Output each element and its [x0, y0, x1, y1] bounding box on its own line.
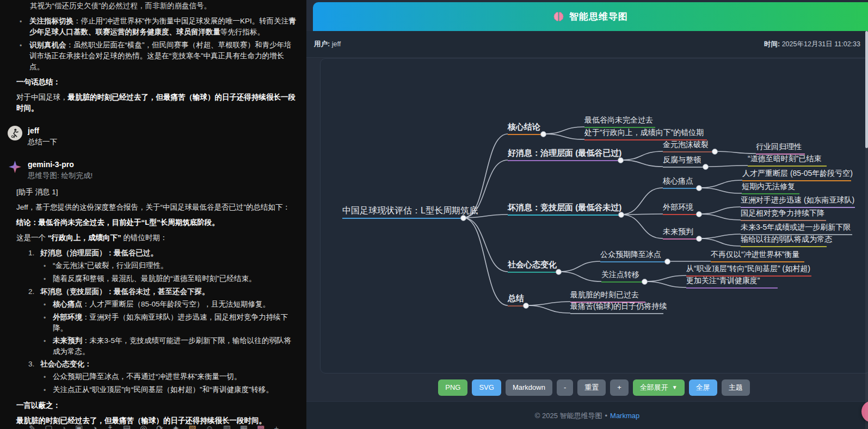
app-root: 其视为“偿还历史欠债”的必然过程，而非新的崩盘信号。•关注指标切换：停止用“冲进… [0, 0, 868, 429]
mindmap-link [463, 134, 508, 218]
node-toggle-dot[interactable] [703, 164, 709, 170]
save-icon[interactable]: ▤ [123, 423, 131, 429]
mindmap-link [543, 127, 584, 134]
mindmap-node[interactable]: 人才严重断层 (85-05年龄段亏空) [742, 168, 851, 181]
chat-paragraph: [助手 消息 1] [16, 187, 298, 198]
export-markdown-label: Markdown [513, 383, 545, 391]
footer-separator: • [605, 412, 607, 420]
target-icon[interactable]: ◎ [140, 423, 147, 429]
mindmap-node[interactable]: 金元泡沫破裂 [663, 139, 715, 152]
bullet-marker: • [44, 384, 53, 396]
bullet-text: 识别真机会：虽然职业层面在“横盘”，但民间赛事（村超、草根联赛）和青少年培训市场… [29, 40, 298, 72]
node-toggle-dot[interactable] [696, 185, 702, 191]
delete-icon[interactable]: ▢ [45, 423, 53, 429]
image-icon[interactable]: ▣ [75, 423, 83, 429]
mindmap-node[interactable]: 更加关注“青训健康度” [686, 275, 778, 289]
node-toggle-dot[interactable] [696, 211, 702, 217]
node-toggle-dot[interactable] [664, 259, 670, 265]
node-toggle-dot[interactable] [523, 303, 529, 309]
mindmap-canvas[interactable]: 中国足球现状评估：L型长周期筑底核心结论最低谷尚未完全过去处于“行政向上，成绩向… [320, 58, 868, 373]
grid-icon[interactable]: ▦ [240, 423, 248, 429]
message-author: jeff [28, 126, 57, 136]
bullet-list: •关注指标切换：停止用“冲进世界杯”作为衡量中国足球发展的唯一KPI。转而关注青… [20, 16, 298, 72]
mindmap-node[interactable]: 中国足球现状评估：L型长周期筑底 [342, 204, 463, 219]
bullet-marker: • [44, 335, 53, 357]
mindmap-node[interactable]: 最低谷尚未完全过去 [584, 114, 655, 128]
user-info: 用户: jeff [314, 40, 341, 49]
chat-message-user: jeff 总结一下 [8, 126, 298, 148]
node-toggle-dot[interactable] [556, 269, 562, 275]
doc-icon[interactable]: ▥ [223, 423, 231, 429]
item-text: 社会心态变化： [40, 359, 92, 370]
mindmap-link [463, 218, 508, 305]
add-icon[interactable]: + [274, 423, 279, 429]
numbered-item: 1.好消息（治理层面）：最低谷已过。 [28, 248, 298, 259]
chat-paragraph: Jeff，基于您提供的这份深度整合报告，关于“中国足球最低谷是否已过”的总结如下… [16, 202, 298, 213]
bullet-text: 关注指标切换：停止用“冲进世界杯”作为衡量中国足球发展的唯一KPI。转而关注青少… [29, 16, 298, 38]
dropdown-caret-icon: ▼ [672, 384, 678, 390]
mindmap-node[interactable]: 亚洲对手进步迅速 (如东南亚球队) [741, 194, 855, 208]
chat-paragraph: 其视为“偿还历史欠债”的必然过程，而非新的崩盘信号。 [30, 1, 298, 11]
reset-button[interactable]: 重置 [577, 379, 606, 396]
mindmap-toolbar: PNGSVGMarkdown-重置+全部展开▼全屏主题 [320, 373, 868, 401]
mindmap-node[interactable]: 坏消息：竞技层面 (最低谷未过) [508, 201, 621, 216]
app-footer: © 2025 智能思维导图 • Markmap [306, 401, 868, 429]
mindmap-node[interactable]: 输给以往的弱队将成为常态 [741, 234, 827, 247]
theme-button[interactable]: 主题 [722, 379, 750, 396]
footballer-icon [10, 128, 20, 138]
chat-blocks-top: 其视为“偿还历史欠债”的必然过程，而非新的崩盘信号。•关注指标切换：停止用“冲进… [16, 1, 298, 114]
expand-all-button[interactable]: 全部展开▼ [633, 379, 685, 396]
fullscreen-button[interactable]: 全屏 [689, 379, 717, 396]
mindmap-link [699, 188, 742, 193]
zoom-out-button[interactable]: - [557, 379, 573, 396]
sticker-icon[interactable]: ▩ [257, 423, 264, 429]
mindmap-panel: 智能思维导图 用户: jeff 时间: 2025年12月31日 11:02:33… [306, 0, 868, 429]
edit-icon[interactable]: ✎ [29, 423, 36, 429]
export-markdown-button[interactable]: Markdown [506, 379, 552, 396]
bullet-marker: • [44, 312, 53, 334]
audio-icon[interactable]: ♪ [62, 423, 66, 429]
node-toggle-dot[interactable] [696, 236, 702, 242]
mindmap-node[interactable]: 最痛苦(输球)的日子仍将持续 [570, 301, 663, 314]
zoom-in-button[interactable]: + [610, 379, 629, 396]
mindmap-node[interactable]: 公众预期降至冰点 [600, 249, 667, 262]
node-toggle-dot[interactable] [712, 149, 718, 155]
sub-bullet-text: 核心痛点：人才严重断层（85-05年龄段亏空），且无法短期修复。 [53, 299, 270, 310]
export-svg-button[interactable]: SVG [472, 379, 501, 396]
mindmap-node[interactable]: 反腐与整顿 [663, 154, 705, 168]
app-header: 智能思维导图 [313, 2, 868, 31]
node-toggle-dot[interactable] [618, 212, 624, 218]
mindmap-node[interactable]: 核心结论 [508, 121, 543, 135]
sparkle-icon[interactable]: ✦ [173, 423, 180, 429]
mindmap-node[interactable]: 社会心态变化 [508, 259, 558, 273]
item-text: 坏消息（竞技层面）：最低谷未过，甚至还会下探。 [40, 286, 210, 297]
mindmap-link [463, 218, 508, 272]
anchor-icon[interactable]: ⚓ [107, 423, 114, 429]
persona-icon[interactable]: ☺ [206, 423, 214, 429]
mindmap-node[interactable]: 关注点转移 [601, 269, 644, 283]
node-toggle-dot[interactable] [618, 157, 624, 163]
node-toggle-dot[interactable] [642, 279, 648, 285]
mindmap-link [644, 281, 686, 287]
history-icon[interactable]: ◔ [92, 423, 97, 429]
mindmap-link [620, 151, 663, 160]
sub-bullet-item: •公众预期已降至冰点，不再通过“冲进世界杯”来衡量一切。 [44, 371, 298, 383]
mindmap-node[interactable]: 短期内无法修复 [742, 181, 799, 194]
zoom-in-label: + [617, 383, 621, 391]
sub-bullet-item: •随着反腐和整顿，最混乱、最肮脏的“道德至暗时刻”已经结束。 [44, 273, 298, 285]
mindmap-node[interactable]: 核心痛点 [663, 175, 699, 189]
export-png-button[interactable]: PNG [438, 379, 467, 396]
node-toggle-dot[interactable] [540, 131, 546, 137]
mindmap-node[interactable]: 好消息：治理层面 (最低谷已过) [508, 147, 620, 161]
meta-bar: 用户: jeff 时间: 2025年12月31日 11:02:33 [306, 31, 868, 58]
file-icon[interactable]: ▧ [188, 423, 196, 429]
mindmap-node[interactable]: 国足相对竞争力持续下降 [741, 207, 826, 221]
mindmap-node[interactable]: 未来预判 [663, 226, 699, 240]
markmap-link[interactable]: Markmap [610, 412, 639, 420]
mindmap-node[interactable]: 不再仅以“冲进世界杯”衡量 [711, 249, 804, 262]
refresh-icon[interactable]: ⟳ [156, 423, 163, 429]
mindmap-node[interactable]: “道德至暗时刻”已结束 [748, 153, 827, 167]
node-toggle-dot[interactable] [460, 215, 466, 221]
mindmap-node[interactable]: 外部环境 [663, 201, 699, 215]
mindmap-link [558, 272, 601, 281]
